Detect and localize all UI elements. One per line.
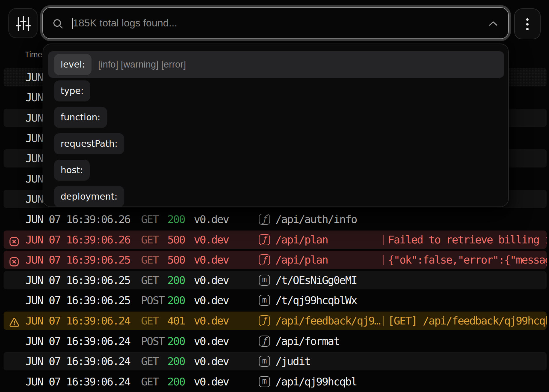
log-host: v0.dev (194, 372, 229, 391)
log-method: GET (141, 352, 158, 370)
log-message: Failed to retrieve billing in (388, 231, 547, 249)
log-row[interactable]: JUN 07 16:39:06.26GET500v0.devƒ/api/plan… (4, 231, 547, 249)
log-timestamp: JUN 07 16:39:06.26 (26, 231, 130, 249)
warning-icon (9, 315, 21, 326)
message-divider (383, 235, 384, 245)
log-status: 200 (167, 372, 185, 391)
log-timestamp: JUN 07 16:39:06.24 (26, 372, 130, 391)
log-row[interactable]: JUN 07 16:39:06.25GET500v0.devƒ/api/plan… (4, 251, 547, 269)
log-row[interactable]: JUN 07 16:39:06.24POST200v0.devƒ/api/for… (4, 332, 547, 350)
suggestion-level[interactable]: level: (54, 54, 92, 75)
message-divider (383, 255, 384, 265)
log-message: {"ok":false,"error":{"message (388, 251, 547, 269)
log-status: 200 (167, 291, 185, 309)
function-runtime-icon: ƒ (259, 234, 270, 245)
log-timestamp: JUN (26, 190, 43, 208)
log-method: GET (141, 251, 158, 269)
log-row[interactable]: JUN 07 16:39:06.25GET200v0.devm/t/OEsNiG… (4, 271, 547, 289)
log-timestamp: JUN (26, 129, 43, 147)
log-request-path: /api/feedback/qj9… (275, 312, 380, 330)
log-timestamp: JUN 07 16:39:06.24 (26, 332, 130, 350)
log-method: POST (141, 291, 164, 309)
error-icon (9, 234, 21, 245)
suggestion-requestPath[interactable]: requestPath: (54, 133, 124, 154)
log-method: GET (141, 210, 158, 228)
log-request-path: /api/auth/info (275, 210, 357, 228)
log-status: 200 (167, 352, 185, 370)
log-request-path: /judit (275, 352, 310, 370)
log-timestamp: JUN (26, 88, 43, 107)
log-request-path: /t/qj99hcqblWx (275, 291, 357, 309)
suggestion-deployment[interactable]: deployment: (54, 186, 124, 207)
function-runtime-icon: ƒ (259, 254, 270, 265)
log-status: 500 (167, 231, 185, 249)
middleware-runtime-icon: m (259, 376, 270, 387)
log-status: 200 (167, 332, 185, 350)
log-row[interactable]: JUN 07 16:39:06.24GET200v0.devm/judit (4, 352, 547, 370)
middleware-runtime-icon: m (259, 295, 270, 306)
log-request-path: /api/qj99hcqbl (275, 372, 357, 391)
log-host: v0.dev (194, 210, 229, 228)
log-host: v0.dev (194, 291, 229, 309)
log-message: [GET] /api/feedback/qj99hcqblWx (388, 312, 547, 330)
log-method: GET (141, 231, 158, 249)
log-method: GET (141, 372, 158, 391)
log-request-path: /t/OEsNiGg0eMI (275, 271, 357, 289)
search-suggestions-panel: level:[info] [warning] [error]type:funct… (43, 44, 509, 207)
log-host: v0.dev (194, 312, 229, 330)
log-timestamp: JUN 07 16:39:06.25 (26, 251, 130, 269)
log-host: v0.dev (194, 332, 229, 350)
log-status: 401 (167, 312, 185, 330)
log-timestamp: JUN 07 16:39:06.26 (26, 210, 130, 228)
middleware-runtime-icon: m (259, 356, 270, 367)
function-runtime-icon: ƒ (259, 214, 270, 225)
log-timestamp: JUN (26, 170, 43, 188)
log-host: v0.dev (194, 231, 229, 249)
log-host: v0.dev (194, 251, 229, 269)
log-method: GET (141, 312, 158, 330)
log-row[interactable]: JUN 07 16:39:06.26GET200v0.devƒ/api/auth… (4, 210, 547, 228)
log-request-path: /api/format (275, 332, 339, 350)
error-icon (9, 254, 21, 265)
log-method: GET (141, 271, 158, 289)
suggestion-host[interactable]: host: (54, 160, 90, 181)
logs-page: Time JUNJUNJUNJUNJUNJUNJUNJUN 07 16:39:0… (0, 0, 549, 392)
function-runtime-icon: ƒ (259, 336, 270, 347)
log-timestamp: JUN 07 16:39:06.24 (26, 352, 130, 370)
log-status: 500 (167, 251, 185, 269)
suggestion-type[interactable]: type: (54, 80, 90, 101)
function-runtime-icon: ƒ (259, 315, 270, 326)
log-timestamp: JUN (26, 149, 43, 167)
log-timestamp: JUN (26, 68, 43, 86)
log-timestamp: JUN (26, 109, 43, 127)
message-divider (383, 316, 384, 326)
log-timestamp: JUN 07 16:39:06.25 (26, 271, 130, 289)
log-timestamp: JUN 07 16:39:06.24 (26, 312, 130, 330)
log-host: v0.dev (194, 352, 229, 370)
suggestion-hint: [info] [warning] [error] (98, 54, 186, 75)
log-host: v0.dev (194, 271, 229, 289)
log-request-path: /api/plan (275, 231, 328, 249)
log-timestamp: JUN 07 16:39:06.25 (26, 291, 130, 309)
log-status: 200 (167, 271, 185, 289)
middleware-runtime-icon: m (259, 275, 270, 286)
suggestion-function[interactable]: function: (54, 107, 107, 128)
log-method: POST (141, 332, 164, 350)
log-status: 200 (167, 210, 185, 228)
log-request-path: /api/plan (275, 251, 328, 269)
log-row[interactable]: JUN 07 16:39:06.24GET401v0.devƒ/api/feed… (4, 312, 547, 330)
log-row[interactable]: JUN 07 16:39:06.24GET200v0.devm/api/qj99… (4, 372, 547, 391)
log-row[interactable]: JUN 07 16:39:06.25POST200v0.devm/t/qj99h… (4, 291, 547, 309)
